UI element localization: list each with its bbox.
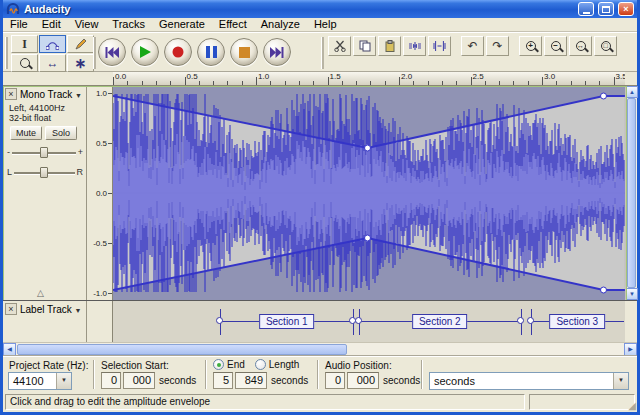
edit-toolbar-gripper[interactable]	[321, 37, 324, 69]
label-handle[interactable]	[527, 317, 534, 324]
scroll-left-icon[interactable]: ◀	[3, 343, 16, 356]
selection-end-sec-field[interactable]: 5	[213, 372, 233, 389]
pan-slider-thumb[interactable]	[40, 167, 48, 178]
label-handle[interactable]	[216, 317, 223, 324]
selection-tool-button[interactable]: I	[11, 35, 38, 53]
selection-start-ms-field[interactable]: 000	[123, 372, 155, 389]
track-collapse-icon[interactable]: △	[37, 288, 44, 298]
scroll-right-icon[interactable]: ▶	[624, 343, 637, 356]
selection-format-combo[interactable]: seconds ▼	[429, 372, 629, 390]
selection-start-sec-field[interactable]: 0	[101, 372, 121, 389]
menu-analyze[interactable]: Analyze	[254, 18, 307, 31]
length-radio-icon[interactable]	[255, 359, 266, 370]
stop-button[interactable]	[230, 38, 258, 66]
label[interactable]: Section 2	[412, 314, 468, 329]
multi-tool-button[interactable]: ∗	[67, 54, 94, 72]
audio-position-ms-field[interactable]: 000	[347, 372, 379, 389]
fit-project-button[interactable]: □	[594, 36, 617, 56]
label[interactable]: Section 1	[259, 314, 315, 329]
timeline-ruler[interactable]: 0.00.51.01.52.02.53.03.5	[113, 72, 625, 86]
silence-button[interactable]	[428, 36, 451, 56]
amplitude-tick	[108, 143, 112, 144]
zoom-out-button[interactable]: −	[544, 36, 567, 56]
zoom-out-icon: −	[551, 41, 561, 51]
timeline-tick	[156, 81, 157, 85]
timeline-tick	[442, 81, 443, 85]
minimize-icon[interactable]	[578, 2, 594, 16]
end-radio[interactable]: End	[213, 359, 245, 370]
undo-button[interactable]: ↶	[461, 36, 484, 56]
menu-tracks[interactable]: Tracks	[105, 18, 152, 31]
menu-file[interactable]: File	[3, 18, 35, 31]
horizontal-scroll-thumb[interactable]	[17, 344, 347, 355]
zoom-tool-button[interactable]	[11, 54, 38, 72]
gain-slider-thumb[interactable]	[40, 147, 48, 158]
combo-arrow-icon[interactable]: ▼	[56, 373, 71, 389]
scroll-up-icon[interactable]: ▲	[626, 86, 638, 98]
gain-slider[interactable]	[12, 147, 76, 158]
copy-icon	[359, 40, 371, 52]
scroll-down-icon[interactable]: ▼	[626, 288, 638, 300]
end-radio-icon[interactable]	[213, 359, 224, 370]
redo-button[interactable]: ↷	[486, 36, 509, 56]
transport-toolbar	[98, 38, 291, 66]
menu-edit[interactable]: Edit	[35, 18, 68, 31]
waveform-display[interactable]	[113, 86, 625, 300]
timeshift-tool-button[interactable]: ↔	[39, 54, 66, 72]
skip-to-end-button[interactable]	[263, 38, 291, 66]
label[interactable]: Section 3	[549, 314, 605, 329]
vertical-scroll-thumb[interactable]	[627, 98, 636, 288]
track-title-menu[interactable]: Mono Track ▼	[20, 89, 82, 100]
envelope-tool-button[interactable]	[39, 35, 66, 53]
tools-toolbar-gripper[interactable]	[5, 37, 8, 69]
toolbar: I ↔ ∗	[3, 32, 637, 72]
menu-effect[interactable]: Effect	[212, 18, 254, 31]
title-bar: Audacity ×	[3, 0, 637, 18]
selection-toolbar: Project Rate (Hz): 44100 ▼ Selection Sta…	[3, 356, 637, 392]
record-button[interactable]	[164, 38, 192, 66]
combo-arrow-icon[interactable]: ▼	[613, 373, 628, 389]
close-icon[interactable]: ×	[618, 2, 634, 16]
amplitude-label: -1.0	[93, 289, 107, 298]
draw-tool-button[interactable]	[67, 35, 94, 53]
maximize-icon[interactable]	[598, 2, 614, 16]
zoom-in-button[interactable]: +	[519, 36, 542, 56]
silence-icon	[433, 40, 446, 52]
vertical-scrollbar[interactable]: ▲ ▼	[625, 86, 637, 300]
play-button[interactable]	[131, 38, 159, 66]
timeline-corner	[3, 72, 113, 86]
length-radio[interactable]: Length	[255, 359, 300, 370]
selection-end-ms-field[interactable]: 849	[235, 372, 267, 389]
audio-position-sec-field[interactable]: 0	[325, 372, 345, 389]
horizontal-scrollbar[interactable]: ◀ ▶	[3, 342, 637, 356]
audio-position-label: Audio Position:	[325, 360, 392, 371]
mute-button[interactable]: Mute	[10, 126, 42, 140]
label-track-close-button[interactable]: ×	[5, 303, 17, 315]
menu-generate[interactable]: Generate	[152, 18, 212, 31]
trim-icon	[409, 40, 421, 52]
copy-button[interactable]	[353, 36, 376, 56]
menu-help[interactable]: Help	[307, 18, 344, 31]
transport-toolbar-gripper[interactable]	[93, 37, 96, 69]
cut-button[interactable]	[328, 36, 351, 56]
envelope-tool-icon	[46, 39, 59, 50]
paste-button[interactable]	[378, 36, 401, 56]
project-rate-combo[interactable]: 44100 ▼	[8, 372, 72, 390]
pause-button[interactable]	[197, 38, 225, 66]
resize-grip-icon[interactable]: ◢	[628, 401, 636, 411]
play-icon	[139, 46, 151, 58]
label-handle[interactable]	[355, 317, 362, 324]
label-track-title-menu[interactable]: Label Track ▼	[20, 304, 81, 315]
label-track-area[interactable]: Section 1Section 2Section 3	[113, 301, 625, 342]
track-name: Mono Track	[20, 89, 72, 100]
fit-selection-button[interactable]: ↔	[569, 36, 592, 56]
menu-view[interactable]: View	[68, 18, 106, 31]
menu-bar: FileEditViewTracksGenerateEffectAnalyzeH…	[3, 18, 637, 32]
solo-button[interactable]: Solo	[45, 126, 77, 140]
selection-tool-icon: I	[22, 37, 27, 52]
pan-slider[interactable]	[14, 167, 74, 178]
label-handle[interactable]	[517, 317, 524, 324]
skip-to-start-button[interactable]	[98, 38, 126, 66]
track-close-button[interactable]: ×	[5, 88, 17, 100]
trim-button[interactable]	[403, 36, 426, 56]
